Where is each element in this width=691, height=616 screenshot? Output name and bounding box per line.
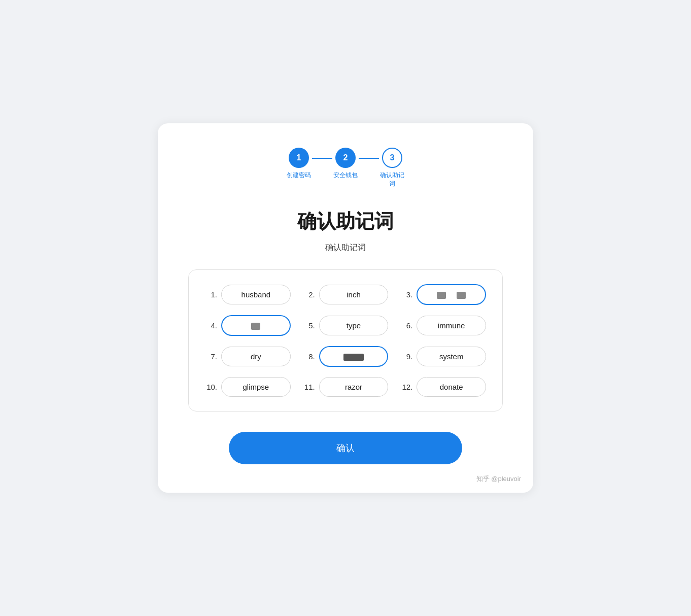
- word-number-6: 6.: [400, 321, 412, 330]
- word-field-11[interactable]: razor: [319, 377, 389, 397]
- word-hidden-block-2: [457, 292, 466, 299]
- word-item-7: 7. dry: [205, 346, 291, 367]
- page-title: 确认助记词: [188, 209, 503, 234]
- step-1-label: 创建密码: [287, 171, 311, 180]
- word-field-2[interactable]: inch: [319, 285, 389, 304]
- word-field-4[interactable]: [221, 315, 291, 336]
- word-number-4: 4.: [205, 321, 217, 330]
- word-item-3: 3.: [400, 284, 486, 305]
- word-number-1: 1.: [205, 290, 217, 299]
- step-3-circle: 3: [382, 148, 402, 168]
- step-2-number: 2: [343, 153, 348, 162]
- word-field-12[interactable]: donate: [417, 377, 486, 397]
- step-1-circle: 1: [289, 148, 309, 168]
- step-3-number: 3: [390, 153, 395, 162]
- word-field-1[interactable]: husband: [221, 285, 291, 304]
- word-number-7: 7.: [205, 352, 217, 361]
- word-number-10: 10.: [205, 383, 217, 391]
- mnemonic-container: 1. husband 2. inch 3. 4.: [188, 269, 503, 412]
- word-item-12: 12. donate: [400, 377, 486, 397]
- word-item-10: 10. glimpse: [205, 377, 291, 397]
- step-connector-1: [312, 158, 332, 159]
- step-3: 3 确认助记词: [380, 148, 404, 188]
- step-2-circle: 2: [335, 148, 356, 168]
- page-subtitle: 确认助记词: [188, 243, 503, 253]
- stepper: 1 创建密码 2 安全钱包 3 确认助记词: [188, 148, 503, 188]
- word-number-9: 9.: [400, 352, 412, 361]
- word-number-5: 5.: [303, 321, 315, 330]
- word-field-9[interactable]: system: [417, 347, 486, 366]
- word-item-2: 2. inch: [303, 284, 389, 305]
- word-number-2: 2.: [303, 290, 315, 299]
- word-number-12: 12.: [400, 383, 412, 391]
- word-number-3: 3.: [400, 290, 412, 299]
- word-field-3[interactable]: [417, 284, 486, 305]
- word-hidden-block-1: [437, 292, 446, 299]
- step-2-label: 安全钱包: [333, 171, 358, 180]
- step-3-label: 确认助记词: [380, 171, 404, 188]
- word-item-1: 1. husband: [205, 284, 291, 305]
- word-number-8: 8.: [303, 352, 315, 361]
- word-item-5: 5. type: [303, 315, 389, 336]
- word-item-8: 8.: [303, 346, 389, 367]
- word-hidden-block-3: [251, 323, 260, 330]
- word-item-4: 4.: [205, 315, 291, 336]
- word-field-7[interactable]: dry: [221, 347, 291, 366]
- word-hidden-block-4: [343, 354, 364, 361]
- word-field-6[interactable]: immune: [417, 316, 486, 335]
- step-1-number: 1: [297, 153, 301, 162]
- word-field-5[interactable]: type: [319, 316, 389, 335]
- word-field-10[interactable]: glimpse: [221, 377, 291, 397]
- step-1: 1 创建密码: [287, 148, 311, 180]
- step-connector-2: [359, 158, 379, 159]
- step-2: 2 安全钱包: [333, 148, 358, 180]
- word-field-8[interactable]: [319, 346, 389, 367]
- watermark: 知乎 @pleuvoir: [476, 474, 521, 484]
- word-number-11: 11.: [303, 383, 315, 391]
- main-card: 1 创建密码 2 安全钱包 3 确认助记词 确认助记词 确认助记词 1. hus…: [158, 123, 533, 493]
- word-item-9: 9. system: [400, 346, 486, 367]
- word-item-11: 11. razor: [303, 377, 389, 397]
- confirm-button[interactable]: 确认: [229, 432, 462, 464]
- mnemonic-grid: 1. husband 2. inch 3. 4.: [205, 284, 486, 397]
- word-item-6: 6. immune: [400, 315, 486, 336]
